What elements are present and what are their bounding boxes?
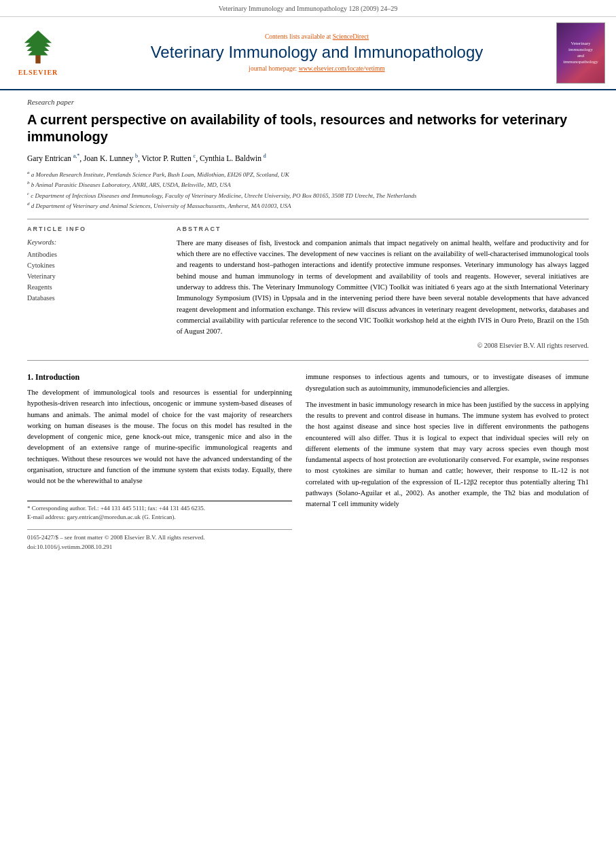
- footnote-email: E-mail address: gary.entrican@moredun.ac…: [27, 513, 292, 522]
- keyword-cytokines: Cytokines: [27, 260, 163, 271]
- journal-main-title: Veterinary Immunology and Immunopatholog…: [77, 43, 556, 62]
- affiliation-a: a a Moredun Research Institute, Pentland…: [27, 169, 589, 179]
- section1-para1: The development of immunological tools a…: [27, 387, 292, 486]
- bottom-line1: 0165-2427/$ – see front matter © 2008 El…: [27, 533, 292, 542]
- footnote-area: * Corresponding author. Tel.: +44 131 44…: [27, 501, 292, 522]
- paper-title: A current perspective on availability of…: [27, 111, 589, 145]
- affiliations: a a Moredun Research Institute, Pentland…: [27, 169, 589, 211]
- main-right-col: immune responses to infectious agents an…: [306, 372, 589, 552]
- section1-right-para2: The investment in basic immunology resea…: [306, 399, 589, 510]
- section1-right-para1: immune responses to infectious agents an…: [306, 372, 589, 394]
- footnote-corresponding: * Corresponding author. Tel.: +44 131 44…: [27, 504, 292, 514]
- bottom-info: 0165-2427/$ – see front matter © 2008 El…: [27, 529, 292, 552]
- abstract-text: There are many diseases of fish, livesto…: [177, 238, 589, 337]
- article-info-col: ARTICLE INFO Keywords: Antibodies Cytoki…: [27, 225, 163, 351]
- affiliation-b: b b Animal Parasitic Diseases Laboratory…: [27, 179, 589, 190]
- main-content: 1. Introduction The development of immun…: [27, 372, 589, 552]
- journal-title-block: Contents lists available at ScienceDirec…: [77, 33, 556, 73]
- abstract-heading: ABSTRACT: [177, 225, 589, 234]
- elsevier-wordmark: ELSEVIER: [18, 68, 58, 77]
- affiliation-c: c c Department of Infectious Diseases an…: [27, 190, 589, 200]
- affiliation-d: d d Department of Veterinary and Animal …: [27, 200, 589, 211]
- page-top-header: Veterinary Immunology and Immunopatholog…: [0, 0, 616, 17]
- journal-cover-image: Veterinary immunology and immunopatholog…: [556, 22, 605, 84]
- keywords-label: Keywords:: [27, 238, 163, 247]
- keyword-veterinary: Veterinary: [27, 271, 163, 282]
- homepage-line: journal homepage: www.elsevier.com/locat…: [77, 65, 556, 73]
- separator-2: [27, 360, 589, 361]
- bottom-line2: doi:10.1016/j.vetimm.2008.10.291: [27, 542, 292, 552]
- article-info-abstract: ARTICLE INFO Keywords: Antibodies Cytoki…: [27, 225, 589, 351]
- keyword-databases: Databases: [27, 293, 163, 304]
- copyright-line: © 2008 Elsevier B.V. All rights reserved…: [177, 341, 589, 351]
- section1-heading: 1. Introduction: [27, 372, 292, 383]
- journal-volume-info: Veterinary Immunology and Immunopatholog…: [219, 5, 397, 12]
- elsevier-logo-block: ELSEVIER: [11, 29, 65, 77]
- separator-1: [27, 219, 589, 219]
- keyword-antibodies: Antibodies: [27, 249, 163, 260]
- main-left-col: 1. Introduction The development of immun…: [27, 372, 292, 552]
- authors-line: Gary Entrican a,*, Joan K. Lunney b, Vic…: [27, 152, 589, 164]
- elsevier-tree-icon: [18, 29, 58, 67]
- keyword-reagents: Reagents: [27, 282, 163, 293]
- sciencedirect-line: Contents lists available at ScienceDirec…: [77, 33, 556, 41]
- paper-type: Research paper: [27, 97, 589, 107]
- paper-body: Research paper A current perspective on …: [0, 90, 616, 565]
- abstract-col: ABSTRACT There are many diseases of fish…: [177, 225, 589, 351]
- article-info-heading: ARTICLE INFO: [27, 225, 163, 234]
- svg-rect-0: [35, 54, 40, 63]
- sciencedirect-link[interactable]: ScienceDirect: [333, 33, 369, 40]
- journal-cover-text: Veterinary immunology and immunopatholog…: [563, 41, 598, 65]
- journal-header: ELSEVIER Contents lists available at Sci…: [0, 17, 616, 90]
- homepage-url[interactable]: www.elsevier.com/locate/vetimm: [299, 65, 385, 72]
